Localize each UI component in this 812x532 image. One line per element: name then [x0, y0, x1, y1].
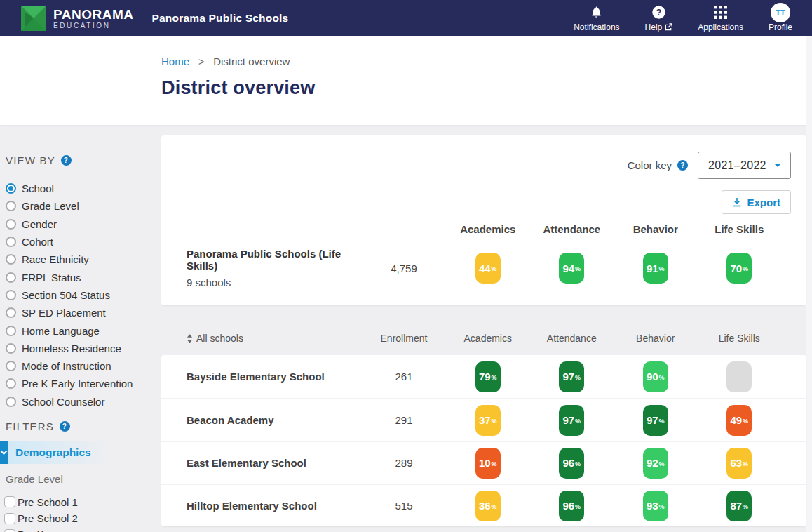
collapse-tab[interactable]	[0, 441, 8, 464]
district-row-name: Panorama Public Schools (Life Skills)	[187, 248, 362, 272]
score-badge: 94%	[559, 253, 584, 284]
school-year-dropdown[interactable]: 2021–2022	[698, 152, 791, 179]
radio-icon[interactable]	[6, 361, 16, 371]
bell-icon	[590, 5, 603, 20]
radio-icon[interactable]	[6, 254, 16, 265]
score-badge: 79%	[475, 361, 501, 392]
radio-icon[interactable]	[6, 183, 16, 194]
school-row[interactable]: East Elementary School28910%96%92%63%	[161, 441, 806, 484]
panorama-logo-icon	[21, 6, 46, 31]
score-badge: 92%	[643, 448, 668, 479]
score-badge: 96%	[559, 448, 584, 479]
school-row[interactable]: Bayside Elementary School26179%97%90%	[161, 355, 806, 398]
school-enrollment: 515	[362, 500, 446, 512]
top-navbar: PANORAMA EDUCATION Panorama Public Schoo…	[0, 0, 812, 36]
view-by-option-label: School Counselor	[22, 396, 104, 408]
breadcrumb-separator: >	[198, 56, 204, 67]
view-by-option-pre-k-early-intervention[interactable]: Pre K Early Intervention	[0, 375, 151, 392]
view-by-option-school-counselor[interactable]: School Counselor	[0, 393, 151, 411]
score-badge: 44%	[475, 253, 501, 284]
radio-icon[interactable]	[6, 378, 16, 389]
radio-icon[interactable]	[6, 272, 16, 283]
radio-icon[interactable]	[6, 290, 16, 300]
score-badge: 96%	[559, 491, 584, 521]
view-by-option-label: Race Ethnicity	[22, 253, 89, 265]
radio-icon[interactable]	[6, 201, 16, 211]
radio-icon[interactable]	[6, 397, 16, 407]
score-badge: 63%	[726, 448, 752, 479]
svg-text:?: ?	[656, 8, 661, 18]
view-by-option-homeless-residence[interactable]: Homeless Residence	[0, 340, 151, 357]
view-by-option-race-ethnicity[interactable]: Race Ethnicity	[0, 251, 151, 268]
view-by-option-section-504-status[interactable]: Section 504 Status	[0, 286, 151, 304]
view-by-option-home-language[interactable]: Home Language	[0, 321, 151, 339]
view-by-option-label: Section 504 Status	[22, 289, 110, 301]
checkbox-pre-school-1[interactable]: Pre School 1	[0, 494, 151, 510]
color-key-help-icon[interactable]: ?	[677, 160, 688, 171]
school-row[interactable]: Beacon Academy29137%97%97%49%	[161, 398, 806, 441]
view-by-option-cohort[interactable]: Cohort	[0, 233, 151, 251]
score-badge: 10%	[475, 448, 501, 479]
filters-help-icon[interactable]: ?	[60, 421, 70, 432]
checkbox-label: Pre K	[18, 528, 44, 532]
notifications-button[interactable]: Notifications	[574, 5, 619, 32]
profile-button[interactable]: TT Profile	[769, 5, 792, 32]
panorama-logo[interactable]: PANORAMA EDUCATION	[21, 6, 133, 31]
breadcrumb-home-link[interactable]: Home	[161, 55, 189, 67]
school-enrollment: 261	[362, 371, 446, 383]
chevron-down-icon	[1, 448, 8, 455]
column-label-attendance: Attendance	[530, 223, 614, 235]
checkbox-icon[interactable]	[4, 529, 15, 532]
checkbox-pre-school-2[interactable]: Pre School 2	[0, 510, 151, 526]
view-by-heading: VIEW BY ?	[0, 154, 151, 166]
navbar-actions: Notifications ? Help Applications	[574, 5, 812, 32]
view-by-option-school[interactable]: School	[0, 180, 151, 197]
checkbox-label: Pre School 1	[18, 496, 78, 508]
scrollbar-track[interactable]	[806, 36, 812, 532]
radio-icon[interactable]	[6, 219, 16, 230]
page-title: District overview	[161, 77, 316, 99]
radio-icon[interactable]	[6, 307, 16, 318]
applications-button[interactable]: Applications	[698, 5, 743, 32]
view-by-option-label: SP ED Placement	[22, 307, 106, 319]
column-label-academics: Academics	[446, 223, 530, 235]
sidebar: VIEW BY ? SchoolGrade LevelGenderCohortR…	[0, 125, 151, 532]
external-link-icon	[665, 23, 672, 31]
checkbox-icon[interactable]	[4, 496, 15, 507]
radio-icon[interactable]	[6, 343, 16, 354]
checkbox-pre-k[interactable]: Pre K	[0, 526, 151, 532]
view-by-option-frpl-status[interactable]: FRPL Status	[0, 268, 151, 286]
life-skills-header: Life Skills	[698, 333, 782, 344]
view-by-option-label: FRPL Status	[22, 272, 81, 284]
sort-icon	[187, 334, 193, 343]
school-name: East Elementary School	[187, 457, 362, 469]
district-name-title: Panorama Public Schools	[151, 12, 288, 25]
score-badge: 49%	[726, 405, 752, 436]
view-by-option-label: Grade Level	[22, 200, 79, 212]
checkbox-icon[interactable]	[4, 513, 15, 524]
help-button[interactable]: ? Help	[645, 5, 673, 32]
score-badge: 91%	[643, 253, 668, 284]
view-by-option-mode-of-instruction[interactable]: Mode of Instruction	[0, 357, 151, 375]
view-by-option-label: Gender	[22, 218, 57, 230]
breadcrumb: Home > District overview	[161, 55, 290, 67]
filter-section-demographics[interactable]: Demographics	[0, 441, 151, 464]
school-row[interactable]: Hilltop Elementary School51536%96%93%87%	[161, 484, 806, 526]
school-enrollment: 289	[362, 457, 446, 469]
score-badge: 97%	[559, 405, 584, 436]
view-by-help-icon[interactable]: ?	[61, 155, 72, 166]
sort-all-schools-header[interactable]: All schools	[187, 333, 362, 344]
score-badge	[726, 361, 752, 392]
export-button[interactable]: Export	[722, 190, 791, 214]
view-by-option-gender[interactable]: Gender	[0, 215, 151, 233]
radio-icon[interactable]	[6, 237, 16, 247]
district-schools-count: 9 schools	[187, 277, 362, 288]
column-label-life-skills: Life Skills	[698, 223, 782, 235]
school-name: Hilltop Elementary School	[187, 500, 362, 512]
view-by-option-sp-ed-placement[interactable]: SP ED Placement	[0, 304, 151, 321]
brand-name: PANORAMA	[53, 8, 133, 21]
avatar-initials: TT	[771, 3, 790, 22]
radio-icon[interactable]	[6, 326, 16, 336]
view-by-option-grade-level[interactable]: Grade Level	[0, 197, 151, 215]
brand-subname: EDUCATION	[53, 22, 133, 29]
